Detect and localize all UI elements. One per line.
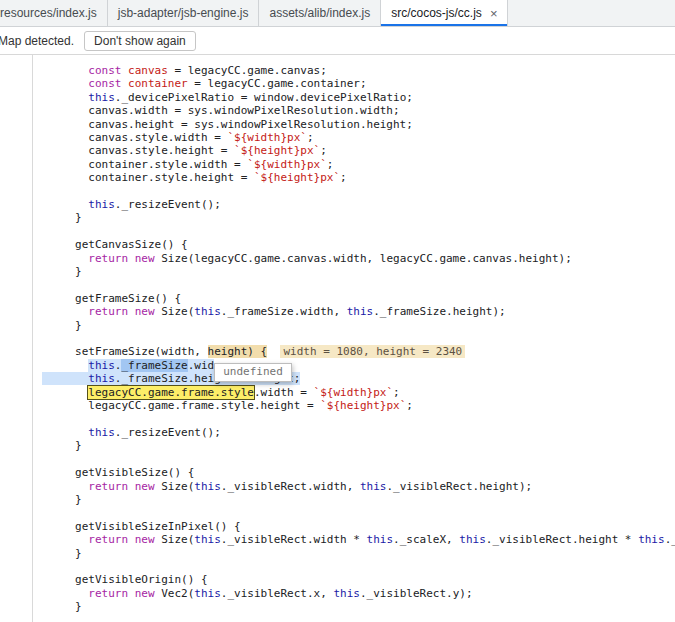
code-token: ._frameSize.width, [221,305,347,318]
code-token: ._visibleRect.height); [386,480,532,493]
code-line[interactable] [42,453,675,466]
code-line[interactable] [42,506,675,519]
code-token: new [135,480,155,493]
file-tab[interactable]: assets/alib/index.js [259,0,381,26]
code-token: canvas [128,64,168,77]
code-line[interactable] [42,332,675,345]
code-token: legacyCC.game.frame.style.height = [42,399,320,412]
code-token: this [88,91,115,104]
code-line[interactable]: const container = legacyCC.game.containe… [42,77,675,90]
code-line[interactable] [42,413,675,426]
code-token: ; [307,131,314,144]
code-token: } [42,211,82,224]
code-token: new [135,587,155,600]
code-token: } [42,493,82,506]
code-token: ._resizeEvent(); [115,198,221,211]
code-line[interactable]: return new Size(legacyCC.game.canvas.wid… [42,252,675,265]
code-token: return [88,587,128,600]
code-line[interactable]: } [42,600,675,613]
code-line[interactable]: getCanvasSize() { [42,238,675,251]
code-line[interactable]: this._devicePixelRatio = window.devicePi… [42,91,675,104]
code-line[interactable]: } [42,547,675,560]
code-token: canvas.height = sys.windowPixelResolutio… [42,118,413,131]
tab-close-icon[interactable]: × [490,7,498,20]
code-line[interactable]: return new Vec2(this._visibleRect.x, thi… [42,587,675,600]
code-token: this [367,533,394,546]
code-line[interactable] [42,278,675,291]
code-line[interactable]: this._frameSize.widundefined [42,359,675,372]
code-token: = legacyCC.game.canvas; [168,64,327,77]
code-token: return [88,480,128,493]
file-tab[interactable]: jsb-adapter/jsb-engine.js [108,0,260,26]
code-token: getFrameSize() { [42,292,181,305]
code-token: `${height}px` [254,171,340,184]
code-token: `${width}px` [227,131,306,144]
code-line[interactable]: canvas.style.height = `${height}px`; [42,144,675,157]
code-line[interactable]: this._resizeEvent(); [42,426,675,439]
file-tab[interactable]: src/cocos-js/cc.js× [381,0,508,26]
code-line[interactable]: this._frameSize.height = height; [42,372,675,385]
code-token: Vec2( [155,587,195,600]
code-token: const [88,64,121,77]
code-token: `${width}px` [314,386,393,399]
code-line[interactable]: } [42,211,675,224]
code-token: Size( [155,480,195,493]
code-line[interactable]: return new Size(this._visibleRect.width … [42,533,675,546]
code-line[interactable]: } [42,319,675,332]
code-token: const [88,77,121,90]
code-token: ._visibleRect.height * [486,533,638,546]
code-token: ; [340,171,347,184]
tab-label: assets/alib/index.js [269,6,370,20]
code-line[interactable] [42,225,675,238]
code-token: new [135,305,155,318]
code-line[interactable]: } [42,493,675,506]
code-token: ; [393,386,400,399]
code-token [42,533,88,546]
code-line[interactable]: } [42,265,675,278]
code-token: this [360,480,387,493]
code-line[interactable]: container.style.width = `${width}px`; [42,158,675,171]
code-line[interactable]: getVisibleSize() { [42,466,675,479]
code-line[interactable]: getFrameSize() { [42,292,675,305]
code-token [128,533,135,546]
file-tab[interactable]: resources/index.js [0,0,108,26]
inline-value-hint: width = 1080, height = 2340 [280,345,465,358]
source-editor: const canvas = legacyCC.game.canvas; con… [0,55,675,622]
code-line[interactable]: } [42,439,675,452]
code-line[interactable] [42,185,675,198]
code-line[interactable]: const canvas = legacyCC.game.canvas; [42,64,675,77]
code-line[interactable] [42,560,675,573]
code-token [267,345,280,358]
code-line[interactable]: this._resizeEvent(); [42,198,675,211]
code-token: ; [327,158,334,171]
code-token: } [42,547,82,560]
search-highlight-token: legacyCC.game.frame.style [88,386,254,399]
code-area[interactable]: const canvas = legacyCC.game.canvas; con… [33,55,675,622]
code-line[interactable]: getVisibleSizeInPixel() { [42,520,675,533]
code-token: `${height}px` [234,144,320,157]
tab-label: resources/index.js [0,6,97,20]
code-line[interactable]: legacyCC.game.frame.style.height = `${he… [42,399,675,412]
code-line[interactable]: getVisibleOrigin() { [42,573,675,586]
line-gutter[interactable] [0,55,33,622]
dont-show-again-button[interactable]: Don't show again [84,31,196,51]
code-line[interactable]: return new Size(this._visibleRect.width,… [42,480,675,493]
code-token: ._frameSize.height); [373,305,505,318]
code-line[interactable]: canvas.height = sys.windowPixelResolutio… [42,118,675,131]
code-token: canvas.width = sys.windowPixelResolution… [42,104,400,117]
code-token [42,77,88,90]
code-token: Size( [155,305,195,318]
code-line[interactable]: canvas.width = sys.windowPixelResolution… [42,104,675,117]
code-token [42,372,88,385]
code-token: ._devicePixelRatio = window.devicePixelR… [115,91,413,104]
code-line[interactable]: canvas.style.width = `${width}px`; [42,131,675,144]
code-token: } [42,600,82,613]
code-line[interactable]: container.style.height = `${height}px`; [42,171,675,184]
code-token: .wid [188,359,215,372]
code-line[interactable]: legacyCC.game.frame.style.width = `${wid… [42,386,675,399]
code-line[interactable]: setFrameSize(width, height) { width = 10… [42,345,675,358]
file-tabs-bar: resources/index.jsjsb-adapter/jsb-engine… [0,0,675,27]
code-token: canvas.style.height = [42,144,234,157]
code-token: container.style.height = [42,171,254,184]
code-line[interactable]: return new Size(this._frameSize.width, t… [42,305,675,318]
